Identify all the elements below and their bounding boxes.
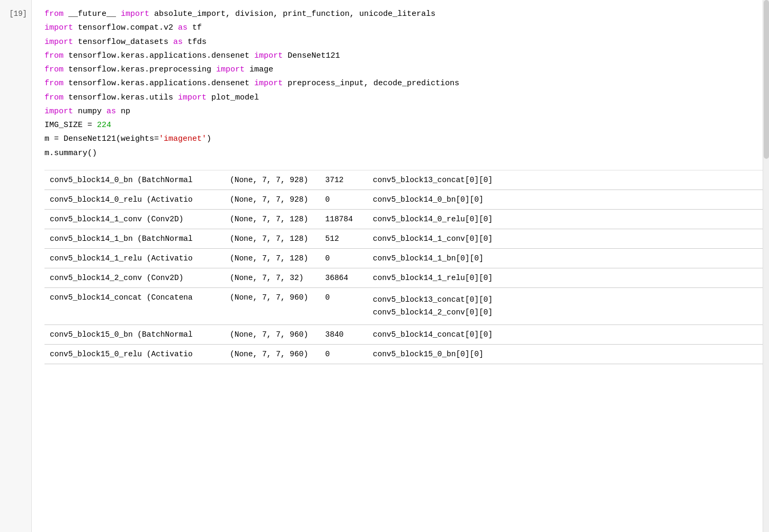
param-count: 0 [320,345,368,364]
code-line: import numpy as np [44,105,763,119]
code-line: from tensorflow.keras.applications.dense… [44,49,763,63]
code-token-kw: as [173,38,183,47]
code-token-kw: from [44,79,64,88]
output-shape: (None, 7, 7, 128) [225,248,320,268]
param-count: 3712 [320,170,368,190]
connected-to: conv5_block14_0_bn[0][0] [368,190,763,209]
table-row: conv5_block15_0_bn (BatchNormal(None, 7,… [44,325,763,345]
param-count: 0 [320,287,368,324]
output-section: conv5_block14_0_bn (BatchNormal(None, 7,… [44,170,763,364]
code-token-kw: as [178,23,187,32]
code-line: IMG_SIZE = 224 [44,119,763,132]
layer-name: conv5_block14_0_bn (BatchNormal [44,170,225,190]
code-token-id: preprocess_input, decode_predictions [283,79,459,88]
code-token-id: m.summary() [44,149,97,158]
code-token-kw: import [254,79,283,88]
code-token-num: 224 [97,121,111,130]
layer-name: conv5_block14_concat (Concatena [44,287,225,324]
code-token-kw: from [44,65,64,74]
code-token-id: tensorflow.keras.applications.densenet [64,79,254,88]
layer-name: conv5_block14_1_bn (BatchNormal [44,229,225,248]
table-row: conv5_block14_0_relu (Activatio(None, 7,… [44,190,763,209]
code-token-kw: as [106,107,116,116]
code-line: from tensorflow.keras.preprocessing impo… [44,63,763,77]
param-count: 36864 [320,268,368,287]
connected-to: conv5_block14_1_conv[0][0] [368,229,763,248]
code-token-id: np [116,107,130,116]
code-line: import tensorflow.compat.v2 as tf [44,21,763,35]
code-token-id: absolute_import, division, print_functio… [149,10,435,19]
param-count: 3840 [320,325,368,345]
code-token-kw: from [44,10,64,19]
connected-to: conv5_block14_1_bn[0][0] [368,248,763,268]
code-token-id: tensorflow_datasets [73,38,173,47]
code-token-kw: import [44,107,73,116]
code-token-id: tf [187,23,202,32]
output-shape: (None, 7, 7, 928) [225,170,320,190]
param-count: 0 [320,190,368,209]
param-count: 118784 [320,209,368,229]
code-token-id: tensorflow.keras.preprocessing [64,65,216,74]
code-token-kw: import [254,51,283,60]
code-token-id: numpy [73,107,106,116]
code-token-kw: import [216,65,245,74]
connected-to: conv5_block15_0_bn[0][0] [368,345,763,364]
output-shape: (None, 7, 7, 960) [225,325,320,345]
code-token-id: ) [207,134,211,143]
code-token-kw: from [44,51,64,60]
layer-name: conv5_block14_2_conv (Conv2D) [44,268,225,287]
code-token-kw: import [44,38,73,47]
summary-table: conv5_block14_0_bn (BatchNormal(None, 7,… [44,170,763,364]
cell-gutter: [19] [0,0,32,532]
code-token-kw: from [44,93,64,102]
layer-name: conv5_block15_0_bn (BatchNormal [44,325,225,345]
layer-name: conv5_block14_1_conv (Conv2D) [44,209,225,229]
param-count: 512 [320,229,368,248]
cell-content: from __future__ import absolute_import, … [32,0,763,532]
code-token-id: tfds [183,38,207,47]
code-token-id: IMG_SIZE = [44,121,97,130]
code-token-id: DenseNet121 [283,51,340,60]
output-shape: (None, 7, 7, 928) [225,190,320,209]
code-token-id: __future__ [64,10,121,19]
notebook-cell: [19] from __future__ import absolute_imp… [0,0,769,532]
scrollbar-thumb[interactable] [764,0,769,159]
connected-layer: conv5_block13_concat[0][0] [373,295,493,304]
code-token-id: tensorflow.keras.applications.densenet [64,51,254,60]
layer-name: conv5_block14_0_relu (Activatio [44,190,225,209]
code-line: from tensorflow.keras.utils import plot_… [44,91,763,105]
code-line: from tensorflow.keras.applications.dense… [44,77,763,91]
output-shape: (None, 7, 7, 960) [225,345,320,364]
table-row: conv5_block14_0_bn (BatchNormal(None, 7,… [44,170,763,190]
code-token-id: tensorflow.compat.v2 [73,23,178,32]
table-row: conv5_block15_0_relu (Activatio(None, 7,… [44,345,763,364]
connected-layer: conv5_block14_2_conv[0][0] [373,308,493,317]
output-shape: (None, 7, 7, 128) [225,209,320,229]
output-shape: (None, 7, 7, 32) [225,268,320,287]
output-shape: (None, 7, 7, 960) [225,287,320,324]
code-token-id: image [245,65,273,74]
code-token-id: plot_model [207,93,259,102]
code-token-id: m = DenseNet121(weights= [44,134,159,143]
cell-number: [19] [9,10,27,18]
layer-name: conv5_block15_0_relu (Activatio [44,345,225,364]
code-block: from __future__ import absolute_import, … [44,7,763,160]
table-row: conv5_block14_1_bn (BatchNormal(None, 7,… [44,229,763,248]
code-token-kw: import [44,23,73,32]
connected-to: conv5_block13_concat[0][0] [368,170,763,190]
table-row: conv5_block14_1_conv (Conv2D)(None, 7, 7… [44,209,763,229]
code-line: m = DenseNet121(weights='imagenet') [44,132,763,146]
code-line: import tensorflow_datasets as tfds [44,35,763,49]
scrollbar[interactable] [763,0,769,532]
table-row: conv5_block14_1_relu (Activatio(None, 7,… [44,248,763,268]
code-line: m.summary() [44,147,763,160]
connected-to: conv5_block14_0_relu[0][0] [368,209,763,229]
connected-to: conv5_block14_concat[0][0] [368,325,763,345]
table-row: conv5_block14_2_conv (Conv2D)(None, 7, 7… [44,268,763,287]
connected-to: conv5_block13_concat[0][0]conv5_block14_… [368,287,763,324]
code-token-kw: import [121,10,149,19]
output-shape: (None, 7, 7, 128) [225,229,320,248]
code-token-str: 'imagenet' [159,134,207,143]
param-count: 0 [320,248,368,268]
layer-name: conv5_block14_1_relu (Activatio [44,248,225,268]
